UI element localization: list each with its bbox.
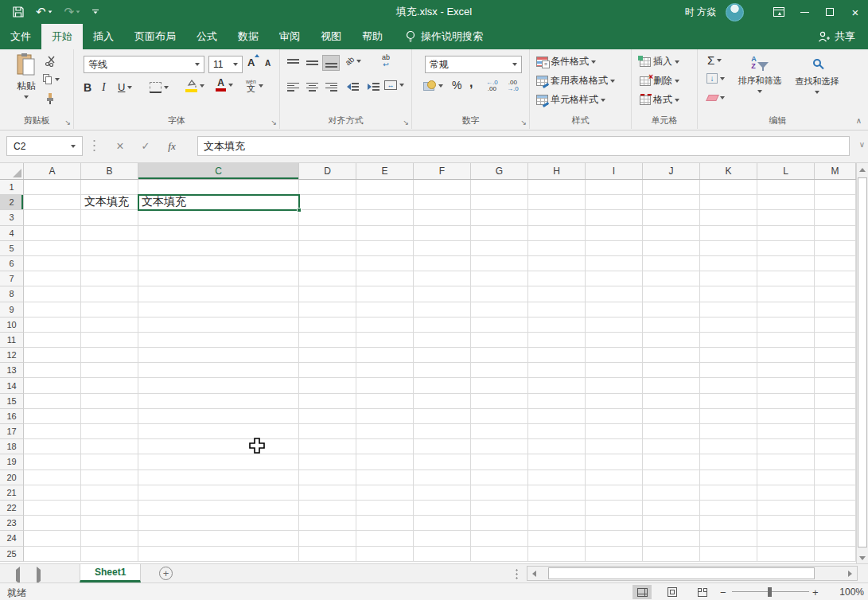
formula-bar-resize-dots[interactable] — [93, 138, 95, 153]
cell-I5[interactable] — [586, 241, 643, 256]
increase-decimal-button[interactable]: ←.0.00 — [486, 80, 498, 92]
cell-I1[interactable] — [586, 180, 643, 195]
cell-E16[interactable] — [356, 409, 414, 424]
cell-D18[interactable] — [299, 439, 356, 454]
next-sheet-button[interactable] — [37, 570, 41, 581]
cell-E19[interactable] — [356, 454, 414, 469]
cell-L6[interactable] — [757, 256, 815, 271]
cell-K6[interactable] — [700, 256, 757, 271]
align-left-button[interactable] — [284, 79, 302, 95]
column-header-L[interactable]: L — [757, 163, 815, 179]
cell-D19[interactable] — [299, 454, 356, 469]
align-right-button[interactable] — [322, 79, 340, 95]
conditional-formatting-button[interactable]: 条件格式 — [536, 55, 596, 68]
cell-B15[interactable] — [81, 394, 138, 409]
cell-L3[interactable] — [757, 210, 815, 225]
row-header-4[interactable]: 4 — [0, 226, 24, 241]
cell-B18[interactable] — [81, 439, 138, 454]
cell-M15[interactable] — [815, 394, 856, 409]
cell-E11[interactable] — [356, 333, 414, 348]
cell-H6[interactable] — [528, 256, 586, 271]
cell-A23[interactable] — [24, 516, 81, 531]
cell-G2[interactable] — [471, 195, 528, 210]
cell-H23[interactable] — [528, 516, 586, 531]
cell-J19[interactable] — [643, 454, 700, 469]
cell-J16[interactable] — [643, 409, 700, 424]
scroll-up-button[interactable] — [857, 163, 868, 177]
cell-D6[interactable] — [299, 256, 356, 271]
cell-E17[interactable] — [356, 424, 414, 439]
cell-E6[interactable] — [356, 256, 414, 271]
row-header-24[interactable]: 24 — [0, 531, 24, 546]
cell-F19[interactable] — [414, 454, 471, 469]
column-header-G[interactable]: G — [471, 163, 528, 179]
cell-I6[interactable] — [586, 256, 643, 271]
cell-C11[interactable] — [138, 333, 299, 348]
cell-D24[interactable] — [299, 531, 356, 546]
cell-E22[interactable] — [356, 501, 414, 516]
cell-K22[interactable] — [700, 501, 757, 516]
cell-M2[interactable] — [815, 195, 856, 210]
cell-G25[interactable] — [471, 547, 528, 562]
cell-F6[interactable] — [414, 256, 471, 271]
cell-K16[interactable] — [700, 409, 757, 424]
cell-A24[interactable] — [24, 531, 81, 546]
cell-M17[interactable] — [815, 424, 856, 439]
cell-M19[interactable] — [815, 454, 856, 469]
cell-H19[interactable] — [528, 454, 586, 469]
row-header-6[interactable]: 6 — [0, 256, 24, 271]
zoom-level[interactable]: 100% — [832, 586, 864, 598]
cell-K2[interactable] — [700, 195, 757, 210]
cell-F14[interactable] — [414, 378, 471, 393]
cell-H4[interactable] — [528, 226, 586, 241]
cell-J21[interactable] — [643, 485, 700, 501]
cell-M8[interactable] — [815, 286, 856, 302]
top-align-button[interactable] — [284, 55, 302, 71]
cell-G1[interactable] — [471, 180, 528, 195]
cell-M20[interactable] — [815, 470, 856, 485]
expand-formula-bar-button[interactable]: ∨ — [859, 140, 865, 149]
number-dialog-launcher[interactable]: ↘ — [520, 119, 527, 127]
column-header-M[interactable]: M — [815, 163, 856, 179]
cell-F20[interactable] — [414, 470, 471, 485]
redo-button[interactable]: ↷ — [64, 5, 81, 19]
cell-H22[interactable] — [528, 501, 586, 516]
vertical-scrollbar-thumb[interactable] — [858, 177, 867, 547]
comma-style-button[interactable]: , — [469, 79, 473, 87]
cell-J18[interactable] — [643, 439, 700, 454]
cell-M11[interactable] — [815, 333, 856, 348]
cell-A17[interactable] — [24, 424, 81, 439]
ribbon-tab-公式[interactable]: 公式 — [186, 24, 228, 49]
cell-M1[interactable] — [815, 180, 856, 195]
row-header-2[interactable]: 2 — [0, 195, 24, 210]
cell-I8[interactable] — [586, 286, 643, 302]
cell-C3[interactable] — [138, 210, 299, 225]
cell-D21[interactable] — [299, 485, 356, 501]
cell-A10[interactable] — [24, 318, 81, 333]
row-header-18[interactable]: 18 — [0, 439, 24, 454]
cell-B25[interactable] — [81, 547, 138, 562]
cell-B3[interactable] — [81, 210, 138, 225]
cell-L19[interactable] — [757, 454, 815, 469]
cell-F10[interactable] — [414, 318, 471, 333]
cell-M23[interactable] — [815, 516, 856, 531]
cell-L5[interactable] — [757, 241, 815, 256]
cell-M14[interactable] — [815, 378, 856, 393]
cell-C17[interactable] — [138, 424, 299, 439]
cell-H11[interactable] — [528, 333, 586, 348]
middle-align-button[interactable] — [303, 55, 321, 71]
cell-H1[interactable] — [528, 180, 586, 195]
column-header-J[interactable]: J — [643, 163, 700, 179]
previous-sheet-button[interactable] — [16, 570, 20, 581]
percent-style-button[interactable]: % — [452, 79, 461, 92]
cell-I7[interactable] — [586, 271, 643, 286]
cell-M18[interactable] — [815, 439, 856, 454]
cell-D11[interactable] — [299, 333, 356, 348]
cell-I16[interactable] — [586, 409, 643, 424]
cell-A9[interactable] — [24, 302, 81, 318]
normal-view-button[interactable] — [633, 585, 652, 599]
row-header-11[interactable]: 11 — [0, 333, 24, 348]
cell-J3[interactable] — [643, 210, 700, 225]
cell-G14[interactable] — [471, 378, 528, 393]
sort-filter-button[interactable]: AZ 排序和筛选 — [733, 53, 787, 121]
